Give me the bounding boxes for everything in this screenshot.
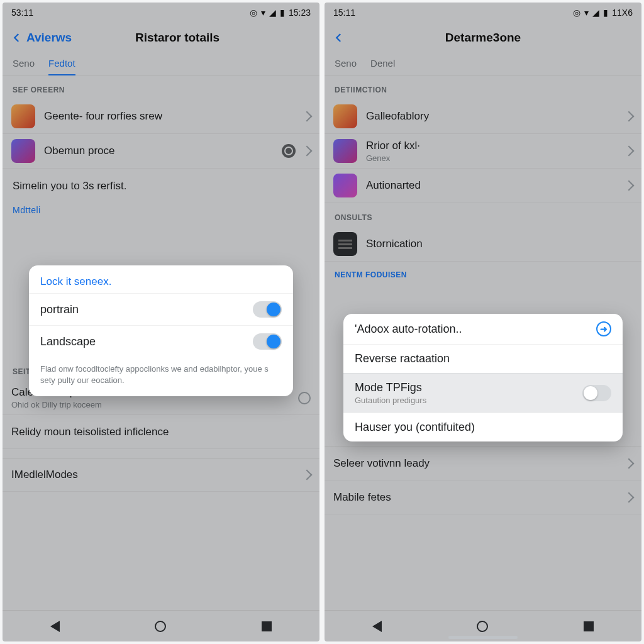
list-item[interactable]: Seleer votivnn leady: [325, 447, 641, 480]
option-label: Landscape: [40, 335, 96, 348]
home-indicator[interactable]: [448, 636, 518, 639]
list-item[interactable]: Mabile fetes: [325, 480, 641, 514]
list-item[interactable]: Obemun proce: [3, 134, 319, 169]
section-header: NENTM FODUISEN: [325, 262, 641, 283]
row-sub: Ohid ok Dilly trip koceem: [11, 400, 298, 409]
status-clock: 15:23: [289, 8, 311, 18]
popup-row-auto-rotation[interactable]: 'Adoox auto-rotation.. ➜: [343, 314, 623, 344]
list-item[interactable]: Relidy moun teisolisted inficlence: [3, 415, 319, 449]
section-header: DETIIMCTION: [325, 75, 641, 99]
app-icon: [11, 104, 35, 128]
back-button[interactable]: [330, 28, 348, 47]
popup-row-mode[interactable]: Mode TPFigs Gutaution predigurs: [343, 373, 623, 413]
popup-title: Lock it seneex.: [29, 265, 293, 293]
tab-seno[interactable]: Seno: [13, 53, 35, 75]
body-text: Simelin you to 3s rerfist.: [3, 169, 319, 196]
tab-denel[interactable]: Denel: [370, 53, 395, 75]
statusbar: 15:11 ◎ ▾ ◢ ▮ 11X6: [325, 3, 641, 23]
titlebar: Avierws Ristaror totails: [3, 23, 319, 53]
tabs: Seno Denel: [325, 53, 641, 75]
app-icon: [11, 139, 35, 163]
signal-icon: ◢: [592, 8, 599, 18]
nav-home[interactable]: [155, 621, 166, 632]
badge-icon: [282, 144, 296, 158]
row-label: Autionarted: [366, 179, 620, 192]
popup-option-portrait[interactable]: portrain: [29, 293, 293, 325]
list-item[interactable]: IMedlelModes: [3, 458, 319, 492]
back-button[interactable]: [8, 28, 26, 47]
nav-back[interactable]: [372, 621, 382, 632]
popup-row-reverse[interactable]: Reverse ractaation: [343, 344, 623, 373]
list-item[interactable]: Autionarted: [325, 169, 641, 203]
row-label: Mode TPFigs: [355, 381, 426, 394]
tab-fedtot[interactable]: Fedtot: [48, 53, 75, 75]
app-icon: [333, 232, 357, 256]
page-title: Detarme3one: [348, 31, 618, 45]
status-time: 15:11: [333, 8, 355, 18]
toggle-portrait[interactable]: [253, 301, 282, 318]
row-label: Reverse ractaation: [355, 352, 450, 365]
list-item[interactable]: Rrior of kxl· Genex: [325, 134, 641, 169]
chevron-right-icon: [624, 146, 635, 157]
nav-recent[interactable]: [584, 621, 594, 631]
battery-icon: ▮: [280, 8, 285, 18]
chevron-right-icon: [302, 111, 313, 122]
section-header: SEF OREERN: [3, 75, 319, 99]
chevron-right-icon: [624, 492, 635, 502]
popup-note: Flad onw focodltoclefty appoclionks we a…: [29, 357, 293, 396]
row-label: Galleofablory: [366, 110, 620, 123]
popup-option-landscape[interactable]: Landscape: [29, 325, 293, 357]
phone-right: 15:11 ◎ ▾ ◢ ▮ 11X6 Detarme3one Seno Dene…: [325, 3, 641, 641]
wifi-icon: ▾: [584, 8, 589, 18]
row-label: IMedlelModes: [11, 469, 298, 481]
status-time: 53:11: [11, 8, 33, 18]
info-icon[interactable]: ➜: [596, 321, 611, 336]
popup-auto-rotation: 'Adoox auto-rotation.. ➜ Reverse ractaat…: [343, 314, 623, 441]
radio-button[interactable]: [298, 392, 311, 404]
chevron-right-icon: [302, 470, 313, 480]
chevron-right-icon: [624, 111, 635, 122]
section-link[interactable]: Mdtteli: [3, 196, 319, 219]
row-label: Stornication: [366, 238, 633, 250]
tab-seno[interactable]: Seno: [335, 53, 357, 75]
location-icon: ◎: [573, 8, 580, 18]
navbar: [3, 610, 319, 641]
row-label: Relidy moun teisolisted inficlence: [11, 426, 311, 438]
signal-icon: ◢: [269, 8, 276, 18]
chevron-right-icon: [624, 458, 635, 469]
option-label: portrain: [40, 303, 79, 316]
nav-back[interactable]: [50, 621, 60, 632]
row-label: 'Adoox auto-rotation..: [355, 323, 462, 336]
titlebar: Detarme3one: [325, 23, 641, 53]
location-icon: ◎: [250, 8, 257, 18]
phone-left: 53:11 ◎ ▾ ◢ ▮ 15:23 Avierws Ristaror tot…: [3, 3, 319, 641]
list-item[interactable]: Stornication: [325, 227, 641, 262]
row-label: Obemun proce: [44, 145, 282, 157]
row-sub: Gutaution predigurs: [355, 396, 426, 405]
app-icon: [333, 104, 357, 128]
popup-lock-orientation: Lock it seneex. portrain Landscape Flad …: [29, 265, 293, 396]
list-item[interactable]: Galleofablory: [325, 99, 641, 134]
nav-recent[interactable]: [262, 621, 272, 631]
statusbar: 53:11 ◎ ▾ ◢ ▮ 15:23: [3, 3, 319, 23]
status-clock: 11X6: [612, 8, 633, 18]
toggle-landscape[interactable]: [253, 333, 282, 350]
app-icon: [333, 139, 357, 163]
chevron-right-icon: [302, 146, 313, 157]
list-item[interactable]: Geente- four rorfies srew: [3, 99, 319, 134]
row-label: Hauser you (contifuited): [355, 421, 475, 434]
popup-row-hauser[interactable]: Hauser you (contifuited): [343, 413, 623, 441]
nav-home[interactable]: [477, 621, 488, 632]
app-icon: [333, 174, 357, 197]
section-header: ONSULTS: [325, 203, 641, 227]
tabs: Seno Fedtot: [3, 53, 319, 75]
battery-icon: ▮: [603, 8, 608, 18]
toggle-mode[interactable]: [582, 385, 611, 401]
row-label: Geente- four rorfies srew: [44, 110, 298, 123]
wifi-icon: ▾: [261, 8, 265, 18]
chevron-right-icon: [624, 180, 635, 191]
back-label[interactable]: Avierws: [26, 31, 72, 45]
row-label: Rrior of kxl·: [366, 140, 620, 152]
row-sub: Genex: [366, 153, 620, 163]
row-label: Seleer votivnn leady: [333, 457, 620, 470]
